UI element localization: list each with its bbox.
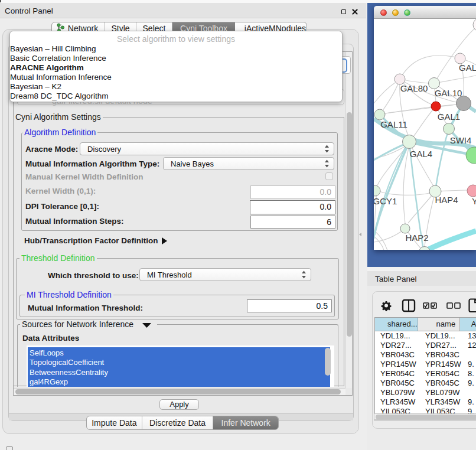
svg-text:GAL1: GAL1 bbox=[438, 112, 460, 122]
svg-text:HAP4: HAP4 bbox=[435, 195, 458, 205]
svg-text:GAL10: GAL10 bbox=[435, 88, 462, 98]
svg-text:HAP2: HAP2 bbox=[405, 233, 428, 243]
svg-text:GAL4: GAL4 bbox=[410, 149, 432, 159]
svg-text:GAL11: GAL11 bbox=[380, 119, 407, 129]
svg-text:SWI4: SWI4 bbox=[450, 135, 472, 145]
svg-text:Y: Y bbox=[472, 196, 476, 206]
svg-text:GAL80: GAL80 bbox=[400, 83, 428, 93]
svg-text:GCY1: GCY1 bbox=[374, 196, 397, 206]
svg-text:GAL: GAL bbox=[459, 63, 476, 73]
